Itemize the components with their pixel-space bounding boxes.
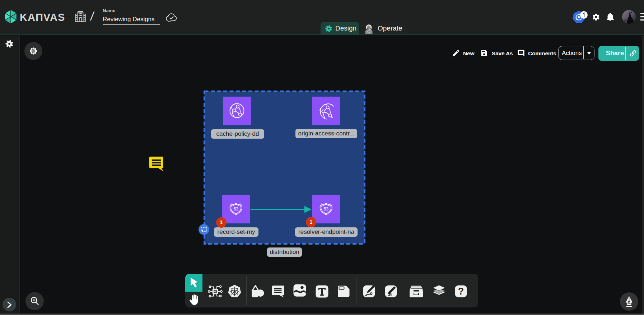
svg-text:?: ? bbox=[458, 286, 464, 297]
svg-text:53: 53 bbox=[233, 207, 238, 212]
svg-text:53: 53 bbox=[323, 207, 328, 212]
